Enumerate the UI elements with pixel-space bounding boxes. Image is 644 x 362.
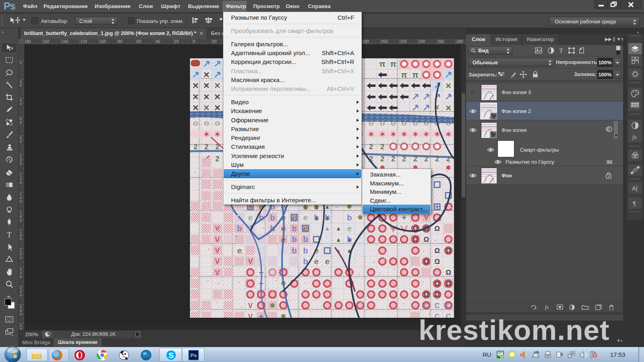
svg-text:✽: ✽ — [446, 164, 451, 171]
svg-text:✶: ✶ — [368, 130, 374, 138]
svg-text:⚇: ⚇ — [380, 120, 385, 127]
svg-text:2: 2 — [215, 155, 219, 163]
svg-text:✶: ✶ — [412, 130, 418, 138]
svg-text:✕: ✕ — [203, 103, 210, 112]
svg-text:Ω: Ω — [446, 247, 451, 255]
svg-text:b: b — [270, 213, 275, 222]
svg-text:Ω: Ω — [423, 291, 429, 298]
svg-text:Ω: Ω — [423, 258, 429, 265]
svg-text:V: V — [248, 257, 253, 265]
svg-text:2: 2 — [413, 155, 417, 163]
svg-text:⚇: ⚇ — [215, 120, 220, 127]
svg-text:✶: ✶ — [214, 130, 220, 138]
svg-text:b: b — [314, 213, 319, 222]
svg-text:Ω: Ω — [423, 236, 429, 243]
svg-text:V: V — [215, 247, 220, 255]
svg-text:π: π — [379, 60, 385, 68]
svg-text:b: b — [347, 213, 352, 222]
svg-text:2: 2 — [380, 143, 384, 151]
svg-text:✕: ✕ — [214, 103, 221, 112]
svg-text:2: 2 — [369, 143, 373, 151]
svg-text:2: 2 — [194, 143, 198, 151]
svg-text:e: e — [314, 257, 319, 266]
svg-text:2: 2 — [391, 155, 395, 163]
svg-text:fx: fx — [545, 304, 549, 310]
svg-text:π: π — [401, 70, 407, 79]
svg-text:b: b — [347, 235, 352, 244]
svg-text:✕: ✕ — [203, 70, 210, 79]
svg-text:C: C — [446, 302, 451, 310]
svg-text:✕: ✕ — [445, 104, 452, 112]
svg-text:✶: ✶ — [390, 130, 396, 138]
svg-text:⚇: ⚇ — [402, 120, 407, 127]
svg-text:2: 2 — [402, 155, 406, 163]
svg-text:⚇: ⚇ — [413, 120, 418, 127]
svg-text:+: + — [402, 213, 407, 222]
svg-text:✶: ✶ — [423, 130, 429, 138]
svg-text:S: S — [169, 351, 174, 360]
svg-text:✕: ✕ — [203, 93, 210, 101]
svg-text:V: V — [215, 236, 220, 244]
svg-text:✕: ✕ — [192, 103, 199, 112]
svg-text:✹: ✹ — [280, 313, 286, 318]
svg-text:Ω: Ω — [434, 247, 440, 255]
svg-text:2: 2 — [380, 155, 384, 163]
svg-text:✹: ✹ — [357, 214, 363, 221]
svg-text:2: 2 — [204, 143, 208, 151]
svg-text:Ω: Ω — [434, 258, 440, 265]
svg-text:✕: ✕ — [203, 81, 210, 90]
svg-text:2: 2 — [424, 155, 428, 163]
svg-text:⚇: ⚇ — [446, 120, 451, 127]
svg-text:+: + — [259, 312, 264, 318]
svg-text:✶: ✶ — [379, 130, 385, 138]
svg-text:e: e — [237, 246, 242, 255]
svg-text:¶: ¶ — [633, 200, 636, 207]
svg-text:b: b — [303, 235, 308, 244]
svg-text:b: b — [292, 235, 297, 244]
svg-text:b: b — [325, 213, 330, 222]
svg-text:✶: ✶ — [445, 130, 451, 138]
svg-text:V: V — [424, 214, 429, 222]
svg-text:b: b — [303, 246, 308, 255]
svg-text:✕: ✕ — [214, 81, 221, 90]
svg-text:✕: ✕ — [192, 93, 199, 101]
svg-text:V: V — [248, 302, 253, 310]
svg-text:V: V — [215, 269, 220, 277]
svg-text:T: T — [559, 47, 563, 54]
svg-text:✕: ✕ — [214, 93, 221, 101]
svg-text:V: V — [248, 313, 253, 318]
svg-text:⚇: ⚇ — [391, 120, 396, 127]
svg-text:⚇: ⚇ — [193, 120, 198, 127]
svg-text:✶: ✶ — [401, 130, 407, 138]
svg-text:b: b — [292, 246, 297, 255]
svg-text:b: b — [292, 224, 297, 233]
svg-text:✕: ✕ — [445, 82, 452, 90]
svg-text:▲: ▲ — [336, 225, 342, 232]
svg-text:Ω: Ω — [434, 225, 440, 232]
svg-text:2: 2 — [435, 155, 439, 163]
svg-text:V: V — [215, 257, 220, 265]
svg-text:Ω: Ω — [434, 291, 440, 298]
svg-text:Ω: Ω — [446, 280, 451, 288]
svg-text:Ω: Ω — [434, 280, 440, 288]
svg-text:⚇: ⚇ — [204, 120, 209, 127]
svg-text:⚇: ⚇ — [369, 120, 374, 127]
svg-text:π: π — [390, 60, 396, 68]
svg-text:Ω: Ω — [446, 269, 451, 276]
svg-text:b: b — [237, 224, 242, 233]
svg-text:fx: fx — [632, 134, 637, 140]
svg-text:A|: A| — [632, 185, 638, 191]
svg-text:T: T — [7, 230, 12, 239]
svg-text:e: e — [325, 257, 330, 266]
svg-text:✹: ✹ — [269, 302, 275, 309]
svg-text:✶: ✶ — [203, 130, 209, 138]
svg-text:Ω: Ω — [413, 236, 418, 243]
svg-text:▲: ▲ — [336, 236, 342, 243]
svg-text:C: C — [435, 302, 440, 310]
svg-text:π: π — [412, 70, 418, 79]
svg-text:C: C — [424, 302, 429, 310]
svg-text:⚇: ⚇ — [424, 120, 429, 127]
svg-text:✕: ✕ — [192, 81, 199, 90]
